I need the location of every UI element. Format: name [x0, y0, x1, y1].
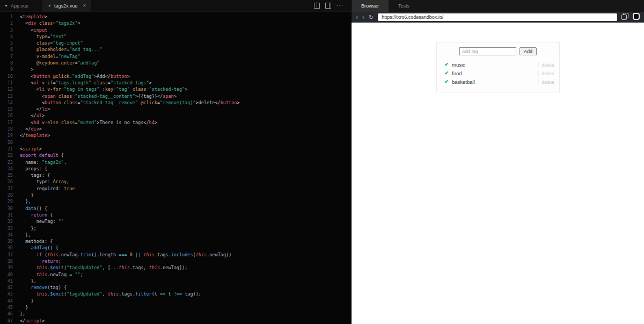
open-in-new-window-icon[interactable] — [621, 12, 628, 22]
split-editor-icon[interactable] — [314, 3, 320, 9]
line-number: 23 — [0, 159, 13, 165]
code-text: name: "tags2x", — [13, 159, 67, 165]
line-number: 15 — [0, 106, 13, 112]
code-text: return { — [13, 212, 53, 218]
code-text: required: true — [13, 185, 75, 192]
divider: | — [538, 79, 539, 84]
line-number: 21 — [0, 146, 13, 152]
line-number: 27 — [0, 185, 13, 192]
code-text: <button @click="addTag">Add</button> — [13, 73, 130, 80]
code-line: 17 <h4 v-else class="muted">There is no … — [0, 119, 351, 126]
code-text: return; — [13, 258, 61, 264]
add-tag-button[interactable]: Add — [519, 47, 537, 55]
delete-tag-button[interactable]: delete' — [541, 70, 555, 76]
tags-app-card: Add ✔music|delete'✔food|delete'✔basketba… — [436, 42, 560, 92]
forward-icon[interactable]: › — [362, 14, 364, 20]
code-line: 33 }; — [0, 225, 351, 232]
code-text: tags: { — [13, 172, 50, 178]
line-number: 13 — [0, 93, 13, 99]
line-number: 38 — [0, 258, 13, 264]
code-line: 40 this.newTag = ""; — [0, 271, 351, 278]
code-line: 29 }, — [0, 198, 351, 205]
responsive-mode-icon[interactable] — [633, 12, 640, 22]
tag-list: ✔music|delete'✔food|delete'✔basketball|d… — [440, 60, 556, 86]
app-root: ▼ App.vue ▼ tags2x.vue × ··· 1<template>… — [0, 0, 644, 324]
code-line: 20 — [0, 139, 351, 146]
browser-nav-bar: ‹ › ↻ — [352, 12, 644, 23]
line-number: 45 — [0, 304, 13, 311]
code-text: this.$emit("tagsUpdated", [...this.tags,… — [13, 264, 187, 271]
code-line: 4 type="text" — [0, 33, 351, 40]
add-tag-input[interactable] — [459, 47, 516, 55]
more-options-icon[interactable]: ··· — [336, 3, 343, 9]
line-number: 8 — [0, 60, 13, 66]
code-line: 3 <input — [0, 27, 351, 33]
tab-tags2x-vue[interactable]: ▼ tags2x.vue × — [42, 0, 91, 12]
code-line: 26 type: Array, — [0, 178, 351, 185]
code-line: 22export default { — [0, 152, 351, 159]
code-text — [13, 139, 20, 146]
divider: | — [538, 70, 539, 76]
line-number: 36 — [0, 244, 13, 251]
code-text: v-model="newTag" — [13, 53, 80, 60]
code-line: 25 tags: { — [0, 172, 351, 178]
tab-label: tags2x.vue — [54, 3, 78, 9]
code-line: 36 addTag() { — [0, 244, 351, 251]
line-number: 42 — [0, 284, 13, 291]
line-number: 44 — [0, 298, 13, 304]
code-line: 15 </li> — [0, 106, 351, 112]
code-line: 39 this.$emit("tagsUpdated", [...this.ta… — [0, 264, 351, 271]
vue-file-icon: ▼ — [4, 4, 8, 8]
code-text: <input — [13, 27, 47, 33]
code-line: 5 class="tag-input" — [0, 40, 351, 46]
line-number: 19 — [0, 132, 13, 139]
code-line: 34 }, — [0, 232, 351, 238]
line-number: 4 — [0, 33, 13, 40]
code-line: 16 </ul> — [0, 112, 351, 119]
line-number: 5 — [0, 40, 13, 46]
tab-browser[interactable]: Browser — [352, 0, 389, 12]
refresh-icon[interactable]: ↻ — [369, 15, 374, 20]
code-line: 9 > — [0, 66, 351, 73]
tab-app-vue[interactable]: ▼ App.vue — [0, 0, 34, 12]
code-line: 11 <ul v-if="tags.length" class="stacked… — [0, 80, 351, 86]
code-line: 1<template> — [0, 13, 351, 20]
code-text: newTag: "" — [13, 218, 64, 225]
close-tab-icon[interactable]: × — [83, 3, 86, 9]
line-number: 16 — [0, 112, 13, 119]
code-text: this.$emit("tagsUpdated", this.tags.filt… — [13, 291, 201, 297]
code-text: <h4 v-else class="muted">There is no tag… — [13, 119, 157, 126]
tag-row: ✔food|delete' — [440, 69, 556, 77]
back-icon[interactable]: ‹ — [356, 14, 358, 20]
code-text: <ul v-if="tags.length" class="stacked-ta… — [13, 80, 152, 86]
editor-pane: ▼ App.vue ▼ tags2x.vue × ··· 1<template>… — [0, 0, 352, 324]
code-line: 46}; — [0, 311, 351, 317]
line-number: 35 — [0, 238, 13, 244]
code-line: 42 remove(tag) { — [0, 284, 351, 291]
preview-header: Browser Tests — [352, 0, 644, 12]
tab-tests[interactable]: Tests — [389, 0, 419, 12]
code-line: 19</template> — [0, 132, 351, 139]
tag-row: ✔basketball|delete' — [440, 77, 556, 86]
tab-label: Browser — [361, 3, 379, 9]
line-number: 39 — [0, 264, 13, 271]
line-number: 3 — [0, 27, 13, 33]
url-bar[interactable] — [378, 13, 617, 21]
code-line: 43 this.$emit("tagsUpdated", this.tags.f… — [0, 291, 351, 297]
code-line: 12 <li v-for="tag in tags" :key="tag" cl… — [0, 86, 351, 92]
code-line: 44 } — [0, 298, 351, 304]
code-line: 27 required: true — [0, 185, 351, 192]
code-line: 31 return { — [0, 212, 351, 218]
line-number: 1 — [0, 13, 13, 20]
code-line: 28 } — [0, 192, 351, 198]
line-number: 37 — [0, 251, 13, 258]
line-number: 20 — [0, 139, 13, 146]
code-text: class="tag-input" — [13, 40, 83, 46]
delete-tag-button[interactable]: delete' — [541, 61, 555, 68]
code-editor[interactable]: 1<template>2 <div class="tags2x">3 <inpu… — [0, 12, 351, 324]
delete-tag-button[interactable]: delete' — [541, 78, 555, 85]
preview-layout-icon[interactable] — [325, 3, 331, 9]
code-text: <span class="stacked-tag__content">{{tag… — [13, 93, 177, 99]
code-line: 13 <span class="stacked-tag__content">{{… — [0, 93, 351, 99]
line-number: 2 — [0, 20, 13, 26]
